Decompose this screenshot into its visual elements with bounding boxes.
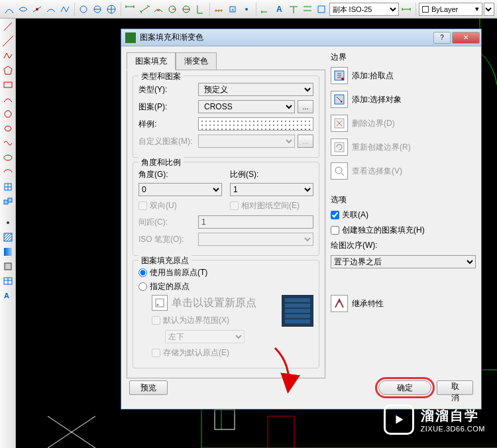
swatch-label: 样例: xyxy=(138,119,198,130)
ok-button[interactable]: 确定 xyxy=(378,380,431,395)
pattern-browse-button[interactable]: ... xyxy=(298,100,313,113)
tool-icon[interactable] xyxy=(59,3,72,16)
table-icon[interactable] xyxy=(1,274,15,288)
inherit-button[interactable] xyxy=(331,295,348,312)
svg-point-8 xyxy=(245,8,248,11)
line-icon[interactable] xyxy=(1,20,15,33)
view-selection-button xyxy=(331,162,348,180)
dim-settings-icon[interactable] xyxy=(400,3,413,16)
origin-preview xyxy=(282,295,313,327)
scale-label: 比例(S): xyxy=(230,169,313,180)
point-icon[interactable] xyxy=(1,216,15,229)
origin-specified-radio[interactable] xyxy=(138,282,147,291)
svg-point-1 xyxy=(80,6,87,13)
add-pick-button[interactable] xyxy=(331,67,348,84)
dim-icon[interactable] xyxy=(124,3,137,16)
svg-marker-12 xyxy=(4,66,12,74)
swatch-preview[interactable] xyxy=(198,117,313,131)
dim-style-select[interactable]: 副本 ISO-25 xyxy=(329,3,399,16)
preview-button[interactable]: 预览 xyxy=(129,380,168,395)
dim-icon[interactable] xyxy=(152,3,164,16)
dim-icon[interactable]: ± xyxy=(227,3,239,16)
svg-rect-13 xyxy=(4,82,12,87)
dialog-titlebar[interactable]: 图案填充和渐变色 ? ✕ xyxy=(121,29,481,46)
tool-icon[interactable] xyxy=(78,3,90,16)
scale-select[interactable]: 1 xyxy=(230,183,313,196)
custom-select xyxy=(198,135,295,148)
block-icon[interactable] xyxy=(1,195,15,208)
insert-icon[interactable] xyxy=(1,180,15,194)
dim-icon[interactable] xyxy=(213,3,225,16)
group-title: 图案填充原点 xyxy=(138,255,192,266)
svg-rect-43 xyxy=(335,142,344,152)
custom-label: 自定义图案(M): xyxy=(138,136,198,147)
layer-name: ByLayer xyxy=(431,5,458,13)
tool-icon[interactable] xyxy=(3,3,15,16)
custom-browse-button: ... xyxy=(298,135,313,148)
hatch-icon[interactable] xyxy=(1,231,15,244)
pattern-select[interactable]: CROSS xyxy=(198,100,295,113)
type-select[interactable]: 预定义 xyxy=(198,83,313,96)
text-icon[interactable]: A xyxy=(273,3,286,16)
tool-icon[interactable] xyxy=(91,3,104,16)
arc-icon[interactable] xyxy=(1,93,15,106)
tool-icon[interactable] xyxy=(30,3,43,16)
svg-point-19 xyxy=(7,221,9,224)
separate-checkbox[interactable] xyxy=(331,226,339,235)
watermark-url: ZIXUE.3D66.COM xyxy=(421,425,485,433)
dim-icon[interactable] xyxy=(301,3,313,16)
tool-icon[interactable] xyxy=(44,3,57,16)
tab-gradient[interactable]: 渐变色 xyxy=(176,52,217,70)
ellipse-icon[interactable] xyxy=(1,151,15,164)
dim-icon[interactable] xyxy=(138,3,150,16)
svg-text:±: ± xyxy=(231,7,235,13)
close-button[interactable]: ✕ xyxy=(452,32,480,44)
svg-rect-18 xyxy=(8,198,12,202)
xline-icon[interactable] xyxy=(1,34,15,48)
ellipse-arc-icon[interactable] xyxy=(1,166,15,179)
draw-order-select[interactable]: 置于边界之后 xyxy=(331,255,476,268)
dim-icon[interactable] xyxy=(180,3,192,16)
origin-current-radio[interactable] xyxy=(138,268,147,277)
group-angle-scale: 角度和比例 角度(G): 0 比例(S): 1 双向(U) 相对图纸空 xyxy=(133,162,319,256)
angle-select[interactable]: 0 xyxy=(138,183,222,196)
dim-icon[interactable] xyxy=(259,3,272,16)
spacing-label: 间距(C): xyxy=(138,217,198,228)
associative-checkbox[interactable] xyxy=(331,211,339,219)
group-title: 类型和图案 xyxy=(138,71,184,82)
layer-select[interactable]: ByLayer ▾ xyxy=(419,3,482,16)
tool-icon[interactable] xyxy=(17,3,29,16)
spline-icon[interactable] xyxy=(1,137,15,150)
pline-icon[interactable] xyxy=(1,49,15,62)
layer-menu[interactable] xyxy=(484,3,494,16)
isowidth-select xyxy=(198,233,313,246)
tab-hatch[interactable]: 图案填充 xyxy=(127,52,176,70)
add-select-button[interactable] xyxy=(331,91,348,108)
remove-boundary-button xyxy=(331,115,348,132)
dim-icon[interactable] xyxy=(287,3,300,16)
polygon-icon[interactable] xyxy=(1,64,15,77)
top-toolbar: ± A 副本 ISO-25 ByLayer ▾ xyxy=(0,0,497,19)
spacing-input xyxy=(198,215,313,229)
isowidth-label: ISO 笔宽(O): xyxy=(138,234,198,245)
tool-icon[interactable] xyxy=(105,3,118,16)
dim-icon[interactable] xyxy=(241,3,253,16)
mtext-icon[interactable]: A xyxy=(1,289,15,302)
help-button[interactable]: ? xyxy=(433,32,451,44)
boundaries-title: 边界 xyxy=(331,52,476,63)
dim-icon[interactable] xyxy=(194,3,207,16)
circle-icon[interactable] xyxy=(1,107,15,121)
revcloud-icon[interactable] xyxy=(1,122,15,135)
dim-icon[interactable] xyxy=(166,3,178,16)
group-origin: 图案填充原点 使用当前原点(T) 指定的原点 单击以设置新原点 默认为边界范围(… xyxy=(133,260,319,368)
svg-line-11 xyxy=(3,36,13,46)
svg-line-10 xyxy=(4,23,12,30)
set-origin-button xyxy=(152,295,168,311)
region-icon[interactable] xyxy=(1,260,15,273)
dim-icon[interactable] xyxy=(315,3,327,16)
group-title: 角度和比例 xyxy=(138,157,184,168)
rect-icon[interactable] xyxy=(1,78,15,91)
cancel-button[interactable]: 取消 xyxy=(437,380,473,395)
gradient-icon[interactable] xyxy=(1,245,15,258)
angle-label: 角度(G): xyxy=(138,169,222,180)
